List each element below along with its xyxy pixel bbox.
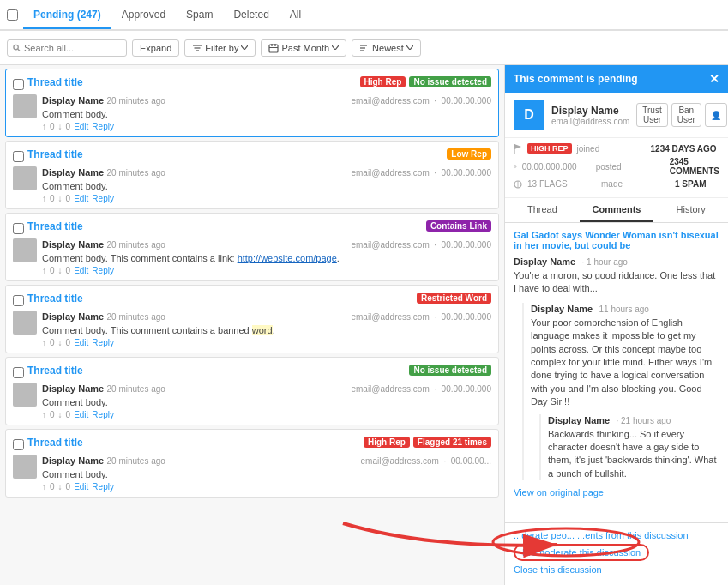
avatar bbox=[13, 455, 37, 479]
tab-deleted[interactable]: Deleted bbox=[223, 2, 279, 29]
search-box[interactable] bbox=[7, 39, 127, 57]
tab-history[interactable]: History bbox=[653, 198, 728, 222]
panel-thread-title[interactable]: Gal Gadot says Wonder Woman isn't bisexu… bbox=[514, 230, 719, 250]
stat-row-rep: HIGH REP joined 1234 DAYS AGO bbox=[514, 143, 719, 154]
panel-user-info: D Display Name email@address.com Trust U… bbox=[505, 93, 728, 138]
edit-link[interactable]: Edit bbox=[74, 410, 88, 419]
stat-row-flags: 13 FLAGS made 1 SPAM bbox=[514, 179, 719, 189]
comment-author: Display Name bbox=[42, 167, 104, 178]
comment-email-ip: email@address.com · 00.00.00.000 bbox=[351, 238, 491, 250]
comment-body: Comment body. This comment contains a li… bbox=[42, 253, 491, 263]
comment-author: Display Name bbox=[42, 311, 104, 322]
thread-title[interactable]: Thread title bbox=[27, 220, 83, 232]
comment-item[interactable]: Thread title Low Rep Display Name 20 min… bbox=[5, 141, 499, 209]
comment-body: Comment body. bbox=[42, 469, 491, 479]
panel-footer: ...derate peo... ...ents from this discu… bbox=[505, 522, 728, 585]
comment-time: 20 minutes ago bbox=[107, 384, 165, 394]
user-menu-button[interactable]: 👤 bbox=[705, 103, 727, 127]
tab-spam[interactable]: Spam bbox=[176, 2, 223, 29]
low-rep-badge: Low Rep bbox=[447, 148, 491, 160]
comment-checkbox[interactable] bbox=[13, 151, 24, 162]
word-highlight: word bbox=[252, 325, 273, 335]
select-all-checkbox[interactable] bbox=[7, 9, 18, 21]
comment-checkbox[interactable] bbox=[13, 295, 24, 306]
comment-item[interactable]: Thread title High Rep No issue detected … bbox=[5, 69, 499, 137]
comment-author: Display Name bbox=[42, 383, 104, 394]
flag-icon bbox=[514, 143, 522, 154]
filter-button[interactable]: Filter by bbox=[184, 39, 256, 57]
trust-user-button[interactable]: Trust User bbox=[636, 103, 667, 127]
comment-checkbox[interactable] bbox=[13, 223, 24, 234]
avatar bbox=[13, 238, 37, 262]
close-discussion-link[interactable]: Close this discussion bbox=[514, 564, 719, 575]
comment-author: Display Name bbox=[42, 455, 104, 466]
comment-actions: ↑0 ↓0 Edit Reply bbox=[42, 338, 491, 347]
comment-body: Comment body. bbox=[42, 109, 491, 119]
avatar bbox=[13, 311, 37, 335]
reply-link[interactable]: Reply bbox=[92, 122, 114, 131]
avatar bbox=[13, 383, 37, 407]
tab-pending[interactable]: Pending (247) bbox=[23, 2, 111, 29]
chevron-down-icon2 bbox=[332, 45, 339, 50]
ban-user-button[interactable]: Ban User bbox=[671, 103, 701, 127]
panel-comment-1: Display Name · 1 hour ago You're a moron… bbox=[514, 256, 719, 296]
thread-title[interactable]: Thread title bbox=[27, 365, 83, 377]
link-highlight: http://website.com/page bbox=[238, 253, 337, 263]
pending-count: (247) bbox=[77, 9, 101, 21]
comment-author: Display Name bbox=[42, 239, 104, 250]
calendar-icon bbox=[268, 43, 279, 53]
edit-link[interactable]: Edit bbox=[74, 338, 88, 347]
date-filter-button[interactable]: Past Month bbox=[261, 39, 346, 57]
reply-link[interactable]: Reply bbox=[92, 338, 114, 347]
comment-checkbox[interactable] bbox=[13, 79, 24, 90]
thread-title[interactable]: Thread title bbox=[27, 437, 83, 449]
panel-tabs: Thread Comments History bbox=[505, 198, 728, 223]
edit-link[interactable]: Edit bbox=[74, 482, 88, 492]
close-button[interactable]: ✕ bbox=[709, 72, 719, 86]
no-issue-badge: No issue detected bbox=[409, 76, 491, 87]
thread-title[interactable]: Thread title bbox=[27, 292, 83, 305]
user-email: email@address.com bbox=[551, 117, 629, 126]
comment-checkbox[interactable] bbox=[13, 439, 24, 450]
view-original-link[interactable]: View on original page bbox=[514, 487, 719, 498]
tab-comments[interactable]: Comments bbox=[580, 198, 654, 222]
globe-icon bbox=[514, 162, 517, 171]
sort-button[interactable]: Newest bbox=[352, 39, 421, 57]
tab-approved[interactable]: Approved bbox=[111, 2, 176, 29]
comment-actions: ↑0 ↓0 Edit Reply bbox=[42, 266, 491, 275]
svg-point-0 bbox=[14, 45, 18, 49]
comment-time: 20 minutes ago bbox=[107, 240, 165, 250]
thread-title[interactable]: Thread title bbox=[27, 148, 83, 160]
moderate-discussion-link[interactable]: ...derate peo... ...ents from this discu… bbox=[514, 530, 719, 540]
panel-stats: HIGH REP joined 1234 DAYS AGO 00.00.000.… bbox=[505, 138, 728, 198]
tab-thread[interactable]: Thread bbox=[505, 198, 580, 222]
reply-link[interactable]: Reply bbox=[92, 410, 114, 419]
reply-link[interactable]: Reply bbox=[92, 266, 114, 275]
reply-link[interactable]: Reply bbox=[92, 194, 114, 203]
thread-title[interactable]: Thread title bbox=[27, 76, 83, 88]
premoderate-discussion-link[interactable]: Premoderate this discussion bbox=[514, 544, 649, 561]
no-issue-badge: No issue detected bbox=[409, 365, 491, 376]
comment-item[interactable]: Thread title Restricted Word Display Nam… bbox=[5, 285, 499, 353]
comment-checkbox[interactable] bbox=[13, 367, 24, 378]
edit-link[interactable]: Edit bbox=[74, 194, 88, 203]
edit-link[interactable]: Edit bbox=[74, 266, 88, 275]
edit-link[interactable]: Edit bbox=[74, 122, 88, 131]
search-input[interactable] bbox=[24, 43, 121, 53]
tab-all[interactable]: All bbox=[280, 2, 311, 29]
expand-button[interactable]: Expand bbox=[132, 39, 179, 57]
comment-item[interactable]: Thread title No issue detected Display N… bbox=[5, 357, 499, 425]
comment-email-ip: email@address.com · 00.00.00.000 bbox=[351, 166, 491, 178]
reply-link[interactable]: Reply bbox=[92, 482, 114, 492]
sort-icon bbox=[359, 43, 370, 53]
comment-actions: ↑0 ↓0 Edit Reply bbox=[42, 410, 491, 419]
badge-row: Contains Link bbox=[426, 220, 491, 232]
restricted-word-badge: Restricted Word bbox=[417, 292, 491, 304]
git-icon bbox=[514, 180, 522, 189]
comment-item[interactable]: Thread title High Rep Flagged 21 times D… bbox=[5, 429, 499, 498]
comment-item[interactable]: Thread title Contains Link Display Name … bbox=[5, 213, 499, 281]
panel-header: This comment is pending ✕ bbox=[505, 65, 728, 93]
svg-rect-5 bbox=[269, 45, 278, 52]
chevron-down-icon bbox=[241, 45, 248, 50]
comment-list: Thread title High Rep No issue detected … bbox=[0, 65, 505, 585]
